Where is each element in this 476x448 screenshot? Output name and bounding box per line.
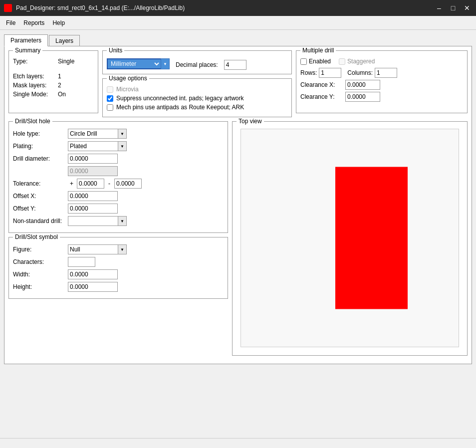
staggered-label: Staggered [347,58,375,65]
status-bar [0,438,476,448]
hole-type-input[interactable] [68,129,118,139]
enabled-checkbox[interactable] [300,58,307,65]
rows-cols-row: Rows: Columns: [300,68,463,78]
tolerance-plus: + [70,180,73,187]
clearance-section: Clearance X: Clearance Y: [300,80,463,102]
drill-slot-symbol-label: Drill/Slot symbol [13,233,60,240]
non-standard-input[interactable] [68,216,118,226]
width-input[interactable] [68,269,118,279]
drill-diameter-input2 [68,166,118,176]
drill-slot-hole-label: Drill/Slot hole [13,118,52,125]
rows-label: Rows: [300,69,317,76]
figure-input[interactable] [68,244,118,254]
units-label: Units [107,47,124,54]
tab-parameters[interactable]: Parameters [4,34,48,46]
clearance-x-row: Clearance X: [300,80,463,90]
hole-type-row: Hole type: ▼ [13,129,224,139]
plating-dropdown-btn[interactable]: ▼ [118,141,127,151]
drill-diameter-row2 [13,166,224,176]
drill-slot-symbol-group: Drill/Slot symbol Figure: ▼ Characters: [8,237,228,299]
cols-label: Columns: [347,69,373,76]
drill-diameter-label: Drill diameter: [13,155,68,162]
decimal-places-input[interactable] [224,60,246,70]
offset-x-row: Offset X: [13,191,224,201]
characters-label: Characters: [13,258,68,265]
characters-row: Characters: [13,257,224,267]
staggered-item: Staggered [339,58,375,65]
enabled-label: Enabled [309,58,331,65]
drill-slot-hole-group: Drill/Slot hole Hole type: ▼ Plating: [8,121,228,233]
decimal-row: Decimal places: [176,60,246,70]
plating-input[interactable] [68,141,118,151]
width-row: Width: [13,269,224,279]
cols-input[interactable] [375,68,397,78]
non-standard-dropdown-btn[interactable]: ▼ [118,216,127,226]
tab-layers[interactable]: Layers [49,35,80,46]
suppress-checkbox[interactable] [107,95,113,102]
tolerance-input1[interactable] [77,179,104,189]
drill-diameter-input[interactable] [68,154,118,164]
multiple-drill-label: Multiple drill [300,47,336,54]
clearance-x-input[interactable] [345,80,380,90]
menu-help[interactable]: Help [48,18,69,28]
figure-dropdown-btn[interactable]: ▼ [118,244,127,254]
right-panel: Top view [232,121,468,360]
units-dropdown-arrow[interactable]: ▼ [161,58,170,69]
tolerance-row: Tolerance: + - [13,179,224,189]
tolerance-dash: - [108,180,110,187]
pad-preview-rect [335,167,408,309]
top-view-label: Top view [237,118,264,125]
top-view-canvas [240,129,459,347]
top-view-group: Top view [232,121,468,356]
single-mode-row: Single Mode: On [13,91,94,98]
multiple-drill-group: Multiple drill Enabled Staggered [296,50,468,113]
decimal-places-label: Decimal places: [176,61,218,68]
enabled-staggered-row: Enabled Staggered [300,58,463,65]
type-value: Single [58,58,74,65]
characters-input[interactable] [68,257,95,267]
left-panel: Drill/Slot hole Hole type: ▼ Plating: [8,121,228,360]
microvia-checkbox[interactable] [107,86,113,93]
staggered-checkbox[interactable] [339,58,345,65]
maximize-button[interactable]: □ [448,3,458,13]
non-standard-combo: ▼ [68,216,127,226]
mask-row: Mask layers: 2 [13,82,94,89]
hole-type-combo: ▼ [68,129,127,139]
rows-field: Rows: [300,68,341,78]
width-label: Width: [13,271,68,278]
mask-value: 2 [58,82,61,89]
clearance-y-input[interactable] [345,92,380,102]
microvia-row: Microvia [107,86,287,93]
menu-file[interactable]: File [2,18,19,28]
suppress-row: Suppress unconnected int. pads; legacy a… [107,95,287,102]
plating-label: Plating: [13,143,68,150]
height-input[interactable] [68,282,118,292]
single-mode-value: On [58,91,66,98]
minimize-button[interactable]: – [434,3,444,13]
etch-value: 1 [58,73,61,80]
drill-diameter-row: Drill diameter: [13,154,224,164]
units-group: Units Millimeter ▼ Decimal places: [102,50,292,74]
tolerance-input2[interactable] [114,179,142,189]
figure-row: Figure: ▼ [13,244,224,254]
close-button[interactable]: ✕ [462,3,472,13]
menu-reports[interactable]: Reports [19,18,48,28]
height-row: Height: [13,282,224,292]
units-select[interactable]: Millimeter [107,58,162,69]
bottom-section: Drill/Slot hole Hole type: ▼ Plating: [8,121,468,360]
hole-type-dropdown-btn[interactable]: ▼ [118,129,127,139]
mech-label: Mech pins use antipads as Route Keepout;… [116,104,244,111]
tabs: Parameters Layers [4,34,472,46]
mech-checkbox[interactable] [107,104,113,111]
offset-y-input[interactable] [68,204,118,214]
app-icon [4,4,12,12]
non-standard-label: Non-standard drill: [13,218,68,224]
offset-x-input[interactable] [68,191,118,201]
clearance-y-label: Clearance Y: [300,93,345,100]
non-standard-row: Non-standard drill: ▼ [13,216,224,226]
tolerance-label: Tolerance: [13,180,68,187]
window-title: Pad_Designer: smd_rect0_6x1_14.pad (E:..… [16,4,434,11]
rows-input[interactable] [319,68,341,78]
enabled-item: Enabled [300,58,331,65]
offset-x-label: Offset X: [13,193,68,200]
